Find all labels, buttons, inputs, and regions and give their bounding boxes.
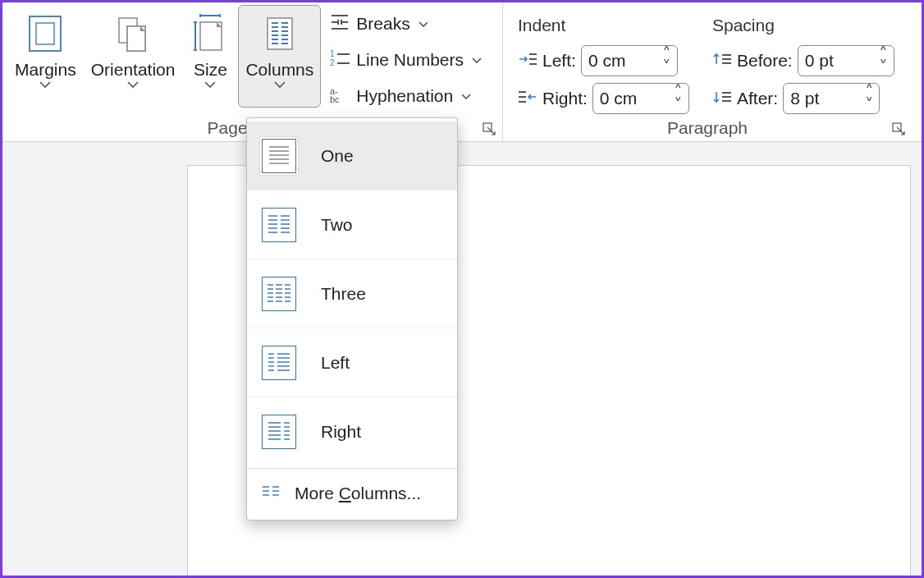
spacing-before-label: Before: [737, 51, 793, 71]
svg-rect-5 [268, 18, 292, 49]
spacing-before-spinbox[interactable]: ˄˅ [798, 45, 894, 76]
spacing-after-input[interactable] [790, 89, 848, 108]
chevron-down-icon [204, 80, 216, 89]
breaks-button[interactable]: Breaks [323, 7, 488, 40]
svg-rect-0 [30, 16, 61, 51]
svg-text:1: 1 [330, 49, 335, 58]
columns-option-label: Left [321, 353, 350, 373]
columns-three-icon [262, 277, 296, 311]
indent-left-icon [518, 51, 537, 71]
more-columns-button[interactable]: More Columns... [247, 470, 457, 516]
more-columns-label: More Columns... [295, 484, 421, 503]
columns-one-icon [262, 139, 296, 173]
menu-separator [247, 468, 457, 469]
spacing-after-label: After: [737, 89, 778, 108]
chevron-down-icon [39, 80, 51, 89]
columns-option-label: Three [321, 284, 366, 304]
indent-right-icon [518, 89, 537, 108]
hyphenation-label: Hyphenation [356, 86, 453, 106]
indent-left-label: Left: [542, 51, 576, 71]
svg-rect-1 [36, 23, 54, 44]
margins-button[interactable]: Margins [7, 5, 84, 108]
indent-left-spinbox[interactable]: ˄˅ [581, 45, 678, 76]
spacing-before-input[interactable] [805, 51, 862, 71]
paragraph-dialog-launcher[interactable] [892, 122, 905, 135]
orientation-label: Orientation [91, 60, 176, 80]
margins-label: Margins [15, 60, 76, 80]
margins-icon [25, 11, 66, 57]
orientation-button[interactable]: Orientation [84, 5, 183, 108]
columns-dropdown: One Two Three Left Right More Columns... [246, 117, 458, 521]
columns-option-label: Two [321, 215, 353, 235]
hyphenation-button[interactable]: a-bc Hyphenation [323, 80, 488, 112]
chevron-down-icon [461, 93, 471, 100]
size-icon [190, 11, 231, 57]
more-columns-icon [262, 484, 280, 503]
spacing-after-spinbox[interactable]: ˄˅ [783, 83, 880, 114]
hyphenation-icon: a-bc [330, 85, 350, 108]
size-button[interactable]: Size [182, 5, 238, 108]
spin-down[interactable]: ˅ [861, 99, 877, 112]
group-label-paragraph: Paragraph [667, 118, 748, 138]
chevron-down-icon [419, 21, 428, 28]
indent-right-label: Right: [542, 89, 588, 108]
svg-text:2: 2 [330, 58, 335, 67]
columns-option-three[interactable]: Three [247, 259, 457, 328]
columns-right-icon [262, 415, 296, 449]
columns-option-right[interactable]: Right [247, 397, 457, 466]
indent-left-input[interactable] [588, 51, 646, 71]
line-numbers-button[interactable]: 12 Line Numbers [323, 44, 488, 76]
svg-text:bc: bc [330, 94, 340, 103]
columns-option-one[interactable]: One [247, 122, 457, 190]
line-numbers-icon: 12 [330, 49, 350, 71]
page-setup-dialog-launcher[interactable] [483, 122, 496, 135]
columns-left-icon [262, 346, 296, 380]
size-label: Size [194, 60, 227, 80]
indent-right-spinbox[interactable]: ˄˅ [592, 83, 689, 114]
spin-down[interactable]: ˅ [659, 61, 675, 74]
chevron-down-icon [274, 80, 286, 89]
chevron-down-icon [127, 80, 139, 89]
spacing-header: Spacing [712, 16, 775, 35]
line-numbers-label: Line Numbers [356, 50, 464, 70]
columns-icon [259, 11, 300, 57]
columns-button[interactable]: Columns [238, 5, 321, 108]
breaks-icon [330, 13, 350, 35]
columns-option-label: One [321, 146, 354, 166]
columns-option-two[interactable]: Two [247, 190, 457, 259]
spacing-after-icon [712, 89, 732, 108]
indent-right-input[interactable] [600, 89, 657, 108]
spin-down[interactable]: ˅ [670, 99, 687, 112]
spin-down[interactable]: ˅ [876, 61, 892, 74]
columns-two-icon [262, 208, 296, 242]
chevron-down-icon [472, 57, 482, 64]
columns-label: Columns [245, 60, 313, 80]
spacing-before-icon [712, 51, 732, 71]
indent-header: Indent [518, 16, 565, 35]
breaks-label: Breaks [356, 14, 409, 34]
document-area[interactable] [2, 142, 922, 576]
columns-option-label: Right [321, 422, 361, 442]
orientation-icon [112, 11, 153, 57]
columns-option-left[interactable]: Left [247, 328, 457, 397]
